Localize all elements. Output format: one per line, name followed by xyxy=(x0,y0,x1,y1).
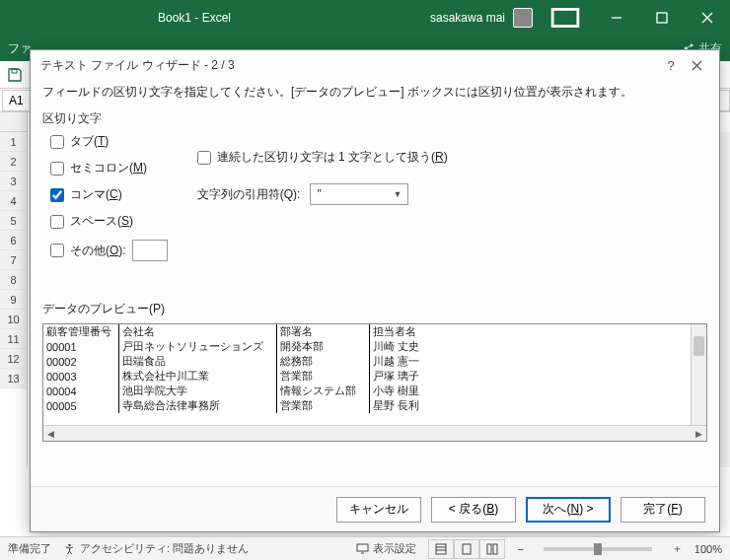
preview-label: データのプレビュー(P) xyxy=(42,301,707,317)
table-row: 00003株式会社中川工業営業部戸塚 璃子 xyxy=(43,369,706,384)
dialog-button-row: キャンセル < 戻る(B) 次へ(N) > 完了(F) xyxy=(31,486,719,531)
semicolon-checkbox[interactable]: セミコロン(M) xyxy=(50,160,168,176)
svg-rect-20 xyxy=(487,544,491,554)
svg-line-8 xyxy=(686,45,692,48)
help-button[interactable]: ? xyxy=(658,52,684,78)
row-header[interactable]: 8 xyxy=(0,270,27,290)
row-header[interactable]: 1 xyxy=(0,132,27,152)
zoom-in-button[interactable]: ＋ xyxy=(672,541,683,556)
row-header[interactable]: 6 xyxy=(0,231,27,250)
preview-horizontal-scrollbar[interactable]: ◀▶ xyxy=(43,425,706,441)
table-row: 顧客管理番号 会社名 部署名 担当者名 xyxy=(43,324,706,339)
svg-rect-2 xyxy=(657,13,667,23)
select-all-corner[interactable] xyxy=(0,112,27,132)
svg-rect-0 xyxy=(552,9,578,26)
zoom-out-button[interactable]: − xyxy=(517,543,523,555)
avatar-icon[interactable] xyxy=(513,8,533,28)
next-button[interactable]: 次へ(N) > xyxy=(526,497,611,523)
svg-point-13 xyxy=(68,544,71,547)
preview-box: 顧客管理番号 会社名 部署名 担当者名 00001戸田ネットソリューションズ開発… xyxy=(42,323,707,442)
row-header[interactable]: 5 xyxy=(0,211,27,231)
display-settings[interactable]: 表示設定 xyxy=(356,541,416,556)
accessibility-status[interactable]: アクセシビリティ: 問題ありません xyxy=(63,541,249,556)
quote-label: 文字列の引用符(Q): xyxy=(197,186,301,203)
consecutive-checkbox[interactable]: 連続した区切り文字は 1 文字として扱う(R) xyxy=(197,149,448,166)
chevron-down-icon: ▼ xyxy=(393,189,402,199)
table-row: 00004池田学院大学情報システム部小寺 樹里 xyxy=(43,384,706,398)
row-header[interactable]: 12 xyxy=(0,349,27,369)
quote-select[interactable]: "▼ xyxy=(310,183,408,205)
close-button[interactable] xyxy=(685,0,730,35)
maximize-button[interactable] xyxy=(639,0,685,35)
space-checkbox[interactable]: スペース(S) xyxy=(50,213,168,230)
svg-rect-14 xyxy=(357,544,368,551)
preview-table: 顧客管理番号 会社名 部署名 担当者名 00001戸田ネットソリューションズ開発… xyxy=(43,324,706,413)
svg-rect-19 xyxy=(463,544,471,554)
page-break-view-button[interactable] xyxy=(479,539,505,559)
other-delimiter-input[interactable] xyxy=(132,240,168,261)
page-layout-view-button[interactable] xyxy=(454,539,479,559)
instruction-text: フィールドの区切り文字を指定してください。[データのプレビュー] ボックスには区… xyxy=(42,84,707,101)
statusbar: 準備完了 アクセシビリティ: 問題ありません 表示設定 − ＋ 100% xyxy=(0,536,730,560)
row-header[interactable]: 11 xyxy=(0,329,27,349)
other-checkbox[interactable]: その他(O): xyxy=(50,243,126,259)
status-ready: 準備完了 xyxy=(8,541,51,556)
table-row: 00002田端食品総務部川越 憲一 xyxy=(43,354,706,369)
dialog-close-button[interactable] xyxy=(684,52,709,78)
row-header[interactable]: 10 xyxy=(0,310,27,329)
table-row: 00005寺島総合法律事務所営業部星野 長利 xyxy=(43,398,706,413)
comma-checkbox[interactable]: コンマ(C) xyxy=(50,186,168,203)
finish-button[interactable]: 完了(F) xyxy=(620,497,705,523)
dialog-title-text: テキスト ファイル ウィザード - 2 / 3 xyxy=(40,57,235,74)
table-row: 00001戸田ネットソリューションズ開発本部川崎 丈史 xyxy=(43,339,706,354)
text-import-wizard-dialog: テキスト ファイル ウィザード - 2 / 3 ? フィールドの区切り文字を指定… xyxy=(30,49,720,532)
row-header[interactable]: 4 xyxy=(0,191,27,211)
delimiter-group-label: 区切り文字 xyxy=(42,110,707,127)
row-headers: 1 2 3 4 5 6 7 8 9 10 11 12 13 xyxy=(0,112,28,467)
row-header[interactable]: 3 xyxy=(0,172,27,191)
svg-rect-16 xyxy=(436,544,446,554)
tab-checkbox[interactable]: タブ(T) xyxy=(50,133,168,150)
window-titlebar: Book1 - Excel sasakawa mai xyxy=(0,0,730,35)
zoom-slider[interactable] xyxy=(544,547,652,551)
normal-view-button[interactable] xyxy=(428,539,454,559)
row-header[interactable]: 2 xyxy=(0,152,27,172)
minimize-button[interactable] xyxy=(594,0,639,35)
row-header[interactable]: 7 xyxy=(0,250,27,270)
dialog-titlebar: テキスト ファイル ウィザード - 2 / 3 ? xyxy=(31,50,719,80)
zoom-level[interactable]: 100% xyxy=(694,543,722,555)
row-header[interactable]: 9 xyxy=(0,290,27,310)
save-icon[interactable] xyxy=(6,66,24,84)
app-title: Book1 - Excel xyxy=(158,11,231,25)
username: sasakawa mai xyxy=(430,11,505,25)
user-block: sasakawa mai xyxy=(430,8,533,28)
svg-rect-21 xyxy=(493,544,497,554)
ribbon-display-options[interactable] xyxy=(550,8,580,28)
row-header[interactable]: 13 xyxy=(0,369,27,388)
back-button[interactable]: < 戻る(B) xyxy=(431,497,516,523)
preview-vertical-scrollbar[interactable] xyxy=(691,324,706,425)
cancel-button[interactable]: キャンセル xyxy=(336,497,421,523)
